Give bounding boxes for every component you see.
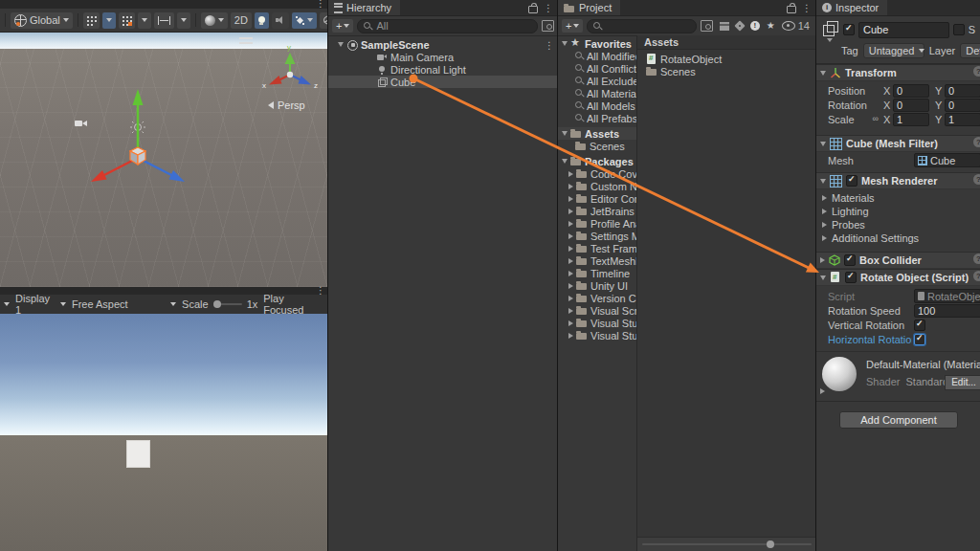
edit-material-button[interactable]: Edit...	[945, 375, 980, 390]
foldout-closed-icon[interactable]	[568, 209, 573, 214]
help-icon[interactable]: ?	[973, 253, 980, 264]
renderer-section-row[interactable]: Additional Settings	[816, 231, 980, 245]
add-component-button[interactable]: Add Component	[839, 411, 958, 429]
foldout-closed-icon[interactable]	[820, 388, 825, 394]
hierarchy-search-input[interactable]: All	[357, 19, 538, 33]
foldout-closed-icon[interactable]	[568, 296, 573, 301]
foldout-closed-icon[interactable]	[568, 184, 573, 189]
package-row[interactable]: Custom NU	[558, 180, 636, 192]
box-collider-header[interactable]: Box Collider ?	[816, 252, 980, 269]
help-icon[interactable]: ?	[973, 174, 980, 185]
scene-overlay-handle-icon[interactable]	[239, 37, 253, 47]
scene-menu-kebab-icon[interactable]	[316, 0, 325, 9]
package-row[interactable]: Code Cover	[558, 167, 636, 180]
vertical-rotation-checkbox[interactable]	[914, 320, 925, 331]
align-snap-dropdown[interactable]	[177, 12, 190, 29]
foldout-closed-icon[interactable]	[568, 271, 573, 276]
foldout-open-icon[interactable]	[820, 71, 826, 76]
foldout-closed-icon[interactable]	[568, 196, 573, 202]
renderer-section-row[interactable]: Lighting	[816, 205, 980, 218]
foldout-closed-icon[interactable]	[568, 233, 573, 239]
package-row[interactable]: Unity UI	[558, 279, 636, 292]
increment-snap-dropdown[interactable]	[138, 12, 151, 29]
foldout-closed-icon[interactable]	[568, 308, 573, 314]
package-row[interactable]: JetBrains Ri	[558, 205, 636, 217]
package-row[interactable]: Visual Scrip	[558, 304, 636, 317]
create-button[interactable]: +	[562, 19, 583, 33]
enabled-checkbox[interactable]	[846, 175, 858, 187]
foldout-open-icon[interactable]	[338, 42, 344, 47]
foldout-open-icon[interactable]	[820, 179, 826, 184]
asset-folder-row[interactable]: Scenes	[558, 140, 636, 152]
foldout-closed-icon[interactable]	[568, 171, 573, 177]
search-window-icon[interactable]	[701, 20, 713, 32]
package-row[interactable]: Visual Studi	[558, 317, 636, 329]
toggle-2d-button[interactable]: 2D	[231, 12, 252, 29]
foldout-closed-icon[interactable]	[568, 333, 573, 339]
draw-mode-dropdown[interactable]	[201, 12, 228, 29]
tab-hierarchy[interactable]: Hierarchy	[328, 0, 400, 15]
tab-project[interactable]: Project	[558, 0, 620, 15]
aspect-dropdown[interactable]: Free Aspect	[72, 298, 176, 310]
search-window-icon[interactable]	[542, 20, 554, 32]
mesh-filter-header[interactable]: Cube (Mesh Filter) ?	[816, 135, 980, 152]
package-row[interactable]: Timeline	[558, 267, 636, 279]
rotation-speed-field[interactable]: 100	[914, 304, 980, 318]
renderer-section-row[interactable]: Probes	[816, 218, 980, 231]
visibility-counter[interactable]: 14	[782, 20, 810, 32]
favorite-item-row[interactable]: All Conflicts	[558, 62, 636, 75]
scene-root-row[interactable]: SampleScene	[328, 38, 558, 51]
zoom-slider-thumb[interactable]	[767, 540, 774, 548]
position-y-field[interactable]: 0	[945, 84, 980, 98]
name-field[interactable]: Cube	[858, 22, 949, 38]
package-row[interactable]: TextMeshPr	[558, 254, 636, 267]
scene-audio-button[interactable]	[272, 12, 289, 29]
assets-row[interactable]: Assets	[558, 127, 636, 140]
hierarchy-item-row[interactable]: Directional Light	[328, 63, 558, 76]
foldout-closed-icon[interactable]	[568, 246, 573, 252]
package-row[interactable]: Test Framew	[558, 242, 636, 254]
help-icon[interactable]: ?	[973, 66, 980, 77]
horizontal-rotation-checkbox[interactable]	[914, 334, 925, 345]
foldout-open-icon[interactable]	[820, 276, 826, 280]
rotation-y-field[interactable]: 0	[945, 99, 980, 112]
tab-inspector[interactable]: i Inspector	[816, 0, 887, 15]
kebab-menu-icon[interactable]	[544, 2, 553, 13]
pivot-global-dropdown[interactable]: Global	[11, 12, 73, 29]
favorite-item-row[interactable]: All Models	[558, 99, 636, 112]
help-icon[interactable]: ?	[973, 137, 980, 147]
link-scale-icon[interactable]: ∞	[873, 114, 879, 123]
renderer-section-row[interactable]: Materials	[816, 191, 980, 205]
grid-snap-button[interactable]	[83, 12, 100, 29]
label-tag-icon[interactable]	[734, 20, 745, 31]
foldout-open-icon[interactable]	[820, 142, 826, 146]
perspective-toggle[interactable]: Persp	[268, 99, 305, 111]
favorites-star-icon[interactable]: ★	[767, 21, 775, 31]
favorites-row[interactable]: Favorites	[558, 37, 636, 50]
position-x-field[interactable]: 0	[893, 84, 929, 98]
lock-icon[interactable]	[787, 6, 796, 13]
lock-icon[interactable]	[528, 6, 538, 13]
project-search-input[interactable]	[587, 19, 696, 33]
favorite-item-row[interactable]: All Excluded	[558, 75, 636, 87]
foldout-closed-icon[interactable]	[820, 257, 825, 263]
play-focused-dropdown[interactable]: Play Focused	[263, 295, 323, 315]
create-button[interactable]: +	[332, 19, 353, 33]
packages-row[interactable]: Packages	[558, 155, 636, 167]
package-row[interactable]: Profile Analy	[558, 217, 636, 230]
asset-item-row[interactable]: Scenes	[637, 65, 816, 77]
scene-options-kebab-icon[interactable]	[545, 39, 554, 51]
package-row[interactable]: Settings Ma	[558, 230, 636, 242]
transform-header[interactable]: Transform ?	[816, 64, 980, 81]
tag-dropdown[interactable]: Untagged	[863, 43, 924, 58]
scale-y-field[interactable]: 1	[945, 113, 980, 126]
favorite-item-row[interactable]: All Materials	[558, 87, 636, 99]
favorite-item-row[interactable]: All Prefabs	[558, 112, 636, 124]
increment-snap-button[interactable]	[119, 12, 135, 29]
scale-x-field[interactable]: 1	[893, 113, 929, 126]
foldout-open-icon[interactable]	[562, 41, 568, 46]
scene-viewport[interactable]: y x z Persp	[0, 33, 327, 287]
align-snap-button[interactable]	[154, 12, 174, 29]
foldout-closed-icon[interactable]	[568, 258, 573, 264]
grid-snap-dropdown[interactable]	[102, 12, 116, 29]
